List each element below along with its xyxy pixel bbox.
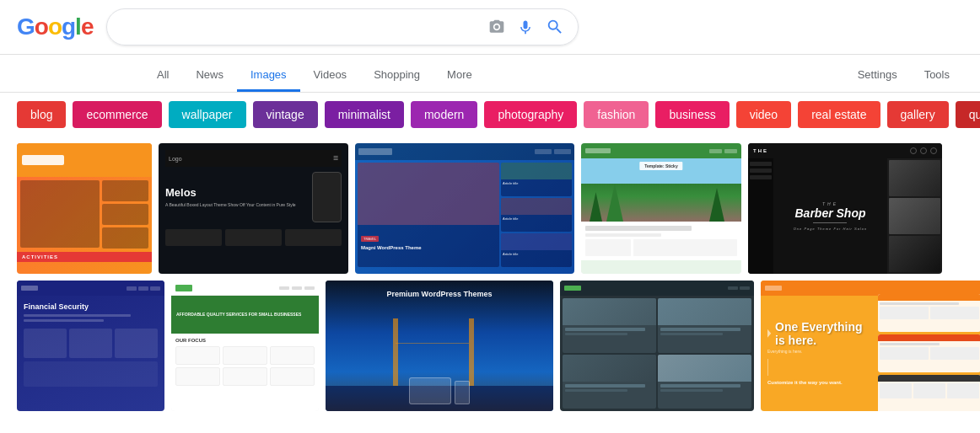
chip-modern[interactable]: modern — [411, 101, 477, 128]
chip-blog[interactable]: blog — [17, 101, 66, 128]
google-logo[interactable]: Google — [17, 13, 93, 40]
image-card-melos[interactable]: Logo ☰ Melos A Beautiful Boxed Layout Th… — [159, 143, 348, 274]
search-icon[interactable] — [544, 16, 566, 38]
image-grid: ACTIVITIES Logo ☰ Melos A Beautiful Boxe… — [0, 136, 980, 418]
nav-videos[interactable]: Videos — [300, 60, 361, 92]
chip-ecommerce[interactable]: ecommerce — [73, 101, 161, 128]
nav-images[interactable]: Images — [237, 60, 300, 92]
camera-icon[interactable] — [487, 17, 507, 37]
chip-real-estate[interactable]: real estate — [798, 101, 880, 128]
image-card-affordable[interactable]: AFFORDABLE QUALITY SERVICES FOR SMALL BU… — [171, 281, 319, 411]
chip-quote[interactable]: quote — [956, 101, 980, 128]
image-card-flexus[interactable] — [560, 281, 754, 411]
image-card-sticky[interactable]: Template: Sticky — [581, 143, 741, 274]
search-bar: wordpress themes — [106, 8, 579, 45]
image-card-activities[interactable]: ACTIVITIES — [17, 143, 152, 274]
chip-minimalist[interactable]: minimalist — [325, 101, 404, 128]
chip-photography[interactable]: photography — [484, 101, 577, 128]
image-card-premium[interactable]: Premium WordPress Themes — [326, 281, 553, 411]
nav-more[interactable]: More — [433, 60, 486, 92]
image-row-1: ACTIVITIES Logo ☰ Melos A Beautiful Boxe… — [17, 143, 963, 274]
chip-fashion[interactable]: fashion — [584, 101, 649, 128]
image-card-magazine[interactable]: TRAVEL Magni WordPress Theme Article tit… — [355, 143, 574, 274]
image-row-2: Financial Security — [17, 281, 963, 411]
chip-business[interactable]: business — [655, 101, 729, 128]
image-card-financial[interactable]: Financial Security — [17, 281, 164, 411]
header: Google wordpress themes — [0, 0, 980, 55]
nav-shopping[interactable]: Shopping — [360, 60, 433, 92]
nav-tools[interactable]: Tools — [911, 60, 963, 92]
nav-bar: All News Images Videos Shopping More Set… — [0, 55, 980, 93]
image-card-barber[interactable]: THE — [748, 143, 942, 274]
chip-gallery[interactable]: gallery — [887, 101, 949, 128]
chip-vintage[interactable]: vintage — [253, 101, 318, 128]
search-input[interactable]: wordpress themes — [119, 19, 478, 35]
chip-wallpaper[interactable]: wallpaper — [169, 101, 246, 128]
nav-all[interactable]: All — [143, 60, 182, 92]
nav-news[interactable]: News — [182, 60, 237, 92]
image-card-one[interactable]: One Everything is here. Everything is he… — [761, 281, 980, 411]
search-icons — [487, 16, 566, 38]
microphone-icon[interactable] — [515, 17, 536, 37]
chips-bar: blogecommercewallpapervintageminimalistm… — [0, 93, 980, 136]
chip-video[interactable]: video — [736, 101, 791, 128]
nav-settings[interactable]: Settings — [844, 60, 911, 92]
